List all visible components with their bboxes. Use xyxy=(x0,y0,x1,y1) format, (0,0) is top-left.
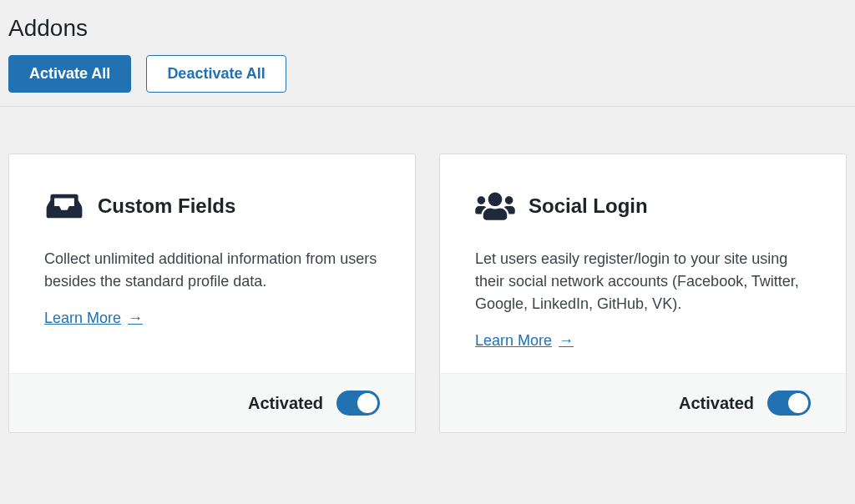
deactivate-all-button[interactable]: Deactivate All xyxy=(146,55,286,93)
page-title: Addons xyxy=(0,0,855,55)
addon-card-social-login: Social Login Let users easily register/l… xyxy=(439,154,847,433)
addons-grid: Custom Fields Collect unlimited addition… xyxy=(0,107,855,441)
addon-card-custom-fields: Custom Fields Collect unlimited addition… xyxy=(8,154,416,433)
learn-more-link[interactable]: Learn More → xyxy=(475,332,574,350)
arrow-right-icon: → xyxy=(559,332,574,350)
activate-all-button[interactable]: Activate All xyxy=(8,55,131,93)
addon-title: Social Login xyxy=(529,194,648,218)
addon-title: Custom Fields xyxy=(98,194,235,218)
status-label: Activated xyxy=(248,394,323,413)
status-label: Activated xyxy=(679,394,754,413)
card-footer: Activated xyxy=(9,373,415,432)
activation-toggle[interactable] xyxy=(336,391,380,416)
card-header: Social Login xyxy=(475,189,811,223)
card-body: Social Login Let users easily register/l… xyxy=(440,154,846,373)
users-icon xyxy=(475,189,515,223)
learn-more-label: Learn More xyxy=(44,310,121,327)
learn-more-label: Learn More xyxy=(475,332,552,350)
card-body: Custom Fields Collect unlimited addition… xyxy=(9,154,415,373)
card-header: Custom Fields xyxy=(44,189,380,223)
toggle-knob xyxy=(357,393,377,413)
addon-description: Collect unlimited additional information… xyxy=(44,248,380,293)
activation-toggle[interactable] xyxy=(767,391,811,416)
action-bar: Activate All Deactivate All xyxy=(0,55,855,107)
addon-description: Let users easily register/login to your … xyxy=(475,248,811,315)
inbox-icon xyxy=(44,189,84,223)
arrow-right-icon: → xyxy=(128,310,143,327)
toggle-knob xyxy=(788,393,808,413)
learn-more-link[interactable]: Learn More → xyxy=(44,310,143,327)
card-footer: Activated xyxy=(440,373,846,432)
